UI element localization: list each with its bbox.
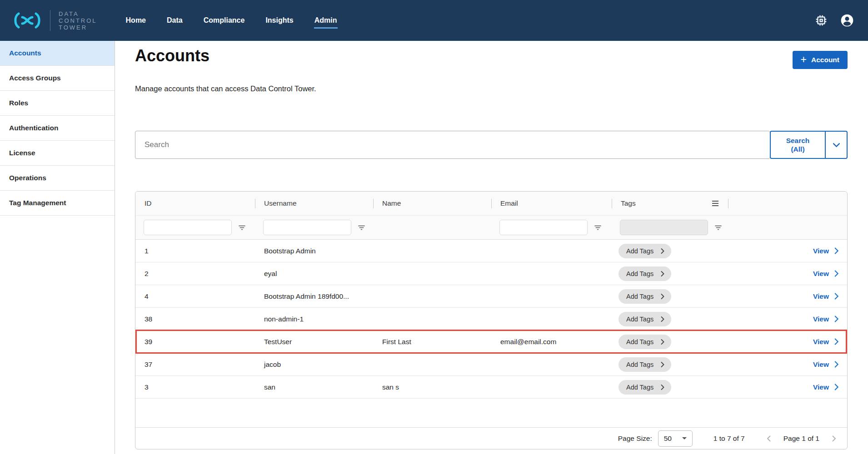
tags-menu-icon[interactable] [712, 200, 719, 207]
filter-input-username[interactable] [263, 220, 351, 235]
search-split-button: Search (All) [770, 131, 848, 159]
page-size-label: Page Size: [618, 434, 652, 443]
chevron-right-icon [834, 293, 839, 300]
cell-actions: View [728, 315, 847, 323]
table-row: 2 eyal Add Tags View [135, 262, 847, 285]
nav-item-home[interactable]: Home [125, 12, 146, 29]
user-avatar-icon[interactable] [840, 13, 854, 28]
column-header-username[interactable]: Username [255, 192, 373, 215]
nav-item-insights[interactable]: Insights [265, 12, 294, 29]
add-tags-button[interactable]: Add Tags [619, 244, 671, 258]
nav-item-compliance[interactable]: Compliance [203, 12, 245, 29]
chevron-right-icon [661, 385, 664, 390]
sidebar: Accounts Access Groups Roles Authenticat… [0, 41, 115, 454]
sidebar-item-access-groups[interactable]: Access Groups [0, 66, 115, 91]
add-tags-button[interactable]: Add Tags [619, 266, 671, 281]
sidebar-item-tag-management[interactable]: Tag Management [0, 191, 115, 216]
cell-actions: View [728, 360, 847, 369]
cell-username: Bootstrap Admin 189fd00... [255, 292, 373, 301]
primary-nav: Home Data Compliance Insights Admin [125, 12, 338, 29]
sidebar-item-authentication[interactable]: Authentication [0, 116, 115, 141]
page-indicator-text: Page 1 of 1 [783, 434, 819, 443]
nav-item-data[interactable]: Data [166, 12, 183, 29]
cell-tags: Add Tags [612, 357, 728, 372]
view-link[interactable]: View [813, 270, 839, 278]
table-pagination: Page Size: 50 1 to 7 of 7 Page 1 of 1 [135, 427, 847, 449]
filter-icon[interactable] [594, 223, 602, 232]
view-link[interactable]: View [813, 247, 839, 255]
cell-name: san s [373, 383, 491, 391]
cell-id: 39 [135, 338, 255, 346]
cell-actions: View [728, 247, 847, 255]
search-options-chevron-down-icon[interactable] [826, 132, 847, 158]
table-row: 39 TestUser First Last email@email.com A… [135, 331, 847, 353]
system-chip-icon[interactable] [814, 14, 828, 27]
table-header-row: ID Username Name Email Tags [135, 192, 847, 216]
logo-divider [50, 10, 50, 31]
cell-id: 1 [135, 247, 255, 255]
cell-id: 4 [135, 292, 255, 301]
previous-page-chevron-icon[interactable] [766, 434, 772, 443]
column-header-email[interactable]: Email [491, 192, 612, 215]
view-link[interactable]: View [813, 383, 839, 391]
table-filter-row [135, 216, 847, 240]
column-header-id[interactable]: ID [135, 192, 255, 215]
sidebar-item-operations[interactable]: Operations [0, 166, 115, 191]
sidebar-item-accounts[interactable]: Accounts [0, 41, 115, 66]
chevron-right-icon [661, 339, 664, 345]
cell-tags: Add Tags [612, 289, 728, 304]
cell-actions: View [728, 270, 847, 278]
add-tags-button[interactable]: Add Tags [619, 357, 671, 372]
view-link[interactable]: View [813, 292, 839, 301]
column-header-tags[interactable]: Tags [612, 192, 728, 215]
cell-id: 2 [135, 270, 255, 278]
chevron-right-icon [834, 338, 839, 345]
table-row: 4 Bootstrap Admin 189fd00... Add Tags Vi… [135, 285, 847, 308]
search-all-button[interactable]: Search (All) [771, 132, 826, 158]
view-link[interactable]: View [813, 315, 839, 323]
filter-input-tags[interactable] [620, 220, 708, 235]
cell-username: non-admin-1 [255, 315, 373, 323]
main-content: Accounts Manage accounts that can access… [115, 41, 868, 454]
add-account-button[interactable]: + Account [793, 51, 848, 69]
brand-logo: DATA CONTROL TOWER [11, 10, 97, 31]
cell-tags: Add Tags [612, 380, 728, 395]
filter-icon[interactable] [238, 223, 246, 232]
cell-username: san [255, 383, 373, 391]
add-tags-button[interactable]: Add Tags [619, 312, 671, 326]
table-row: 1 Bootstrap Admin Add Tags View [135, 240, 847, 262]
add-tags-button[interactable]: Add Tags [619, 380, 671, 395]
table-row: 38 non-admin-1 Add Tags View [135, 308, 847, 331]
chevron-right-icon [661, 271, 664, 276]
chevron-right-icon [834, 361, 839, 368]
select-caret-down-icon [682, 437, 687, 439]
chevron-right-icon [834, 270, 839, 277]
nav-item-admin[interactable]: Admin [314, 12, 338, 29]
sidebar-item-roles[interactable]: Roles [0, 91, 115, 116]
accounts-table: ID Username Name Email Tags [135, 191, 848, 449]
view-link[interactable]: View [813, 338, 839, 346]
cell-id: 38 [135, 315, 255, 323]
cell-username: jacob [255, 360, 373, 369]
cell-actions: View [728, 338, 847, 346]
table-body: 1 Bootstrap Admin Add Tags View 2 eyal [135, 240, 847, 399]
chevron-right-icon [834, 316, 839, 322]
top-navbar: DATA CONTROL TOWER Home Data Compliance … [0, 0, 868, 41]
column-header-name[interactable]: Name [373, 192, 491, 215]
add-tags-button[interactable]: Add Tags [619, 289, 671, 304]
search-input[interactable] [135, 131, 770, 159]
cell-username: TestUser [255, 338, 373, 346]
page-size-select[interactable]: 50 [658, 430, 693, 447]
filter-icon[interactable] [357, 223, 366, 232]
delphix-x-logo-icon [11, 10, 44, 30]
add-tags-button[interactable]: Add Tags [619, 335, 671, 349]
table-empty-space [135, 399, 847, 427]
search-bar: Search (All) [135, 131, 848, 159]
view-link[interactable]: View [813, 360, 839, 369]
filter-input-email[interactable] [499, 220, 588, 235]
filter-input-id[interactable] [144, 220, 232, 235]
next-page-chevron-icon[interactable] [831, 434, 837, 443]
sidebar-item-license[interactable]: License [0, 141, 115, 166]
filter-icon[interactable] [714, 223, 723, 232]
cell-id: 37 [135, 360, 255, 369]
